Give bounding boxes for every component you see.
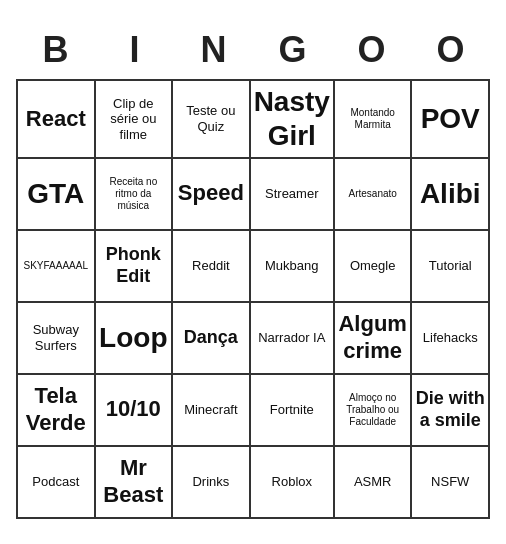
bingo-cell: SKYFAAAAAL xyxy=(18,231,96,303)
bingo-cell: 10/10 xyxy=(96,375,174,447)
bingo-title: BINGOO xyxy=(16,25,490,79)
bingo-cell: Clip de série ou filme xyxy=(96,81,174,158)
bingo-letter: B xyxy=(21,29,91,71)
bingo-letter: I xyxy=(100,29,170,71)
bingo-cell: Fortnite xyxy=(251,375,335,447)
bingo-cell: Phonk Edit xyxy=(96,231,174,303)
bingo-cell: Subway Surfers xyxy=(18,303,96,375)
bingo-cell: Streamer xyxy=(251,159,335,231)
bingo-cell: Montando Marmita xyxy=(335,81,413,158)
bingo-letter: N xyxy=(179,29,249,71)
bingo-grid: ReactClip de série ou filmeTeste ou Quiz… xyxy=(16,79,490,518)
bingo-cell: Mukbang xyxy=(251,231,335,303)
bingo-letter: O xyxy=(416,29,486,71)
bingo-cell: Tela Verde xyxy=(18,375,96,447)
bingo-cell: POV xyxy=(412,81,490,158)
bingo-cell: Die with a smile xyxy=(412,375,490,447)
bingo-cell: React xyxy=(18,81,96,158)
bingo-cell: Loop xyxy=(96,303,174,375)
bingo-cell: Speed xyxy=(173,159,251,231)
bingo-cell: Artesanato xyxy=(335,159,413,231)
bingo-cell: Drinks xyxy=(173,447,251,519)
bingo-cell: Receita no ritmo da música xyxy=(96,159,174,231)
bingo-cell: Nasty Girl xyxy=(251,81,335,158)
bingo-cell: Dança xyxy=(173,303,251,375)
bingo-letter: G xyxy=(258,29,328,71)
bingo-cell: Lifehacks xyxy=(412,303,490,375)
bingo-cell: NSFW xyxy=(412,447,490,519)
bingo-cell: ASMR xyxy=(335,447,413,519)
bingo-cell: Teste ou Quiz xyxy=(173,81,251,158)
bingo-cell: Roblox xyxy=(251,447,335,519)
bingo-cell: Alibi xyxy=(412,159,490,231)
bingo-cell: GTA xyxy=(18,159,96,231)
bingo-card: BINGOO ReactClip de série ou filmeTeste … xyxy=(8,17,498,526)
bingo-cell: Minecraft xyxy=(173,375,251,447)
bingo-cell: Tutorial xyxy=(412,231,490,303)
bingo-cell: Podcast xyxy=(18,447,96,519)
bingo-cell: Narrador IA xyxy=(251,303,335,375)
bingo-cell: Omegle xyxy=(335,231,413,303)
bingo-letter: O xyxy=(337,29,407,71)
bingo-cell: Algum crime xyxy=(335,303,413,375)
bingo-cell: Almoço no Trabalho ou Faculdade xyxy=(335,375,413,447)
bingo-cell: Mr Beast xyxy=(96,447,174,519)
bingo-cell: Reddit xyxy=(173,231,251,303)
